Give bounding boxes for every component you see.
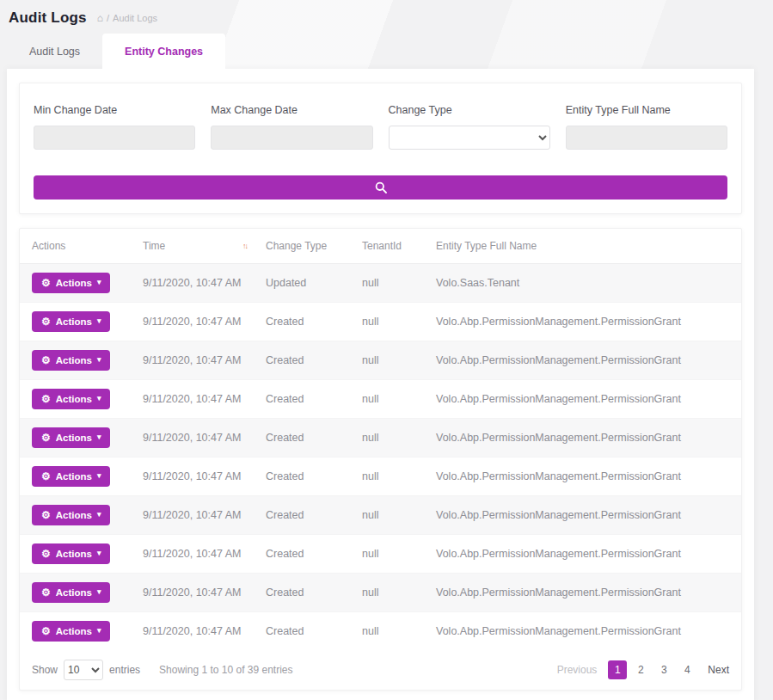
actions-cell: ⚙Actions▾ (20, 418, 134, 457)
change-type-cell: Created (257, 418, 353, 457)
time-cell: 9/11/2020, 10:47 AM (134, 457, 257, 495)
entries-summary: Showing 1 to 10 of 39 entries (159, 664, 292, 676)
column-header-entity-type[interactable]: Entity Type Full Name (427, 229, 741, 263)
tenant-id-cell: null (353, 379, 427, 418)
row-actions-button[interactable]: ⚙Actions▾ (32, 505, 110, 525)
entity-type-full-name-input[interactable] (566, 126, 727, 150)
entity-type-cell: Volo.Abp.PermissionManagement.Permission… (427, 302, 741, 341)
change-type-cell: Created (257, 534, 353, 573)
caret-down-icon: ▾ (97, 317, 101, 325)
actions-button-label: Actions (56, 278, 92, 288)
table-row: ⚙Actions▾9/11/2020, 10:47 AMCreatednullV… (20, 302, 741, 341)
max-change-date-label: Max Change Date (211, 104, 372, 116)
row-actions-button[interactable]: ⚙Actions▾ (32, 427, 110, 448)
breadcrumb-current: Audit Logs (113, 13, 157, 23)
change-type-cell: Created (257, 611, 353, 650)
actions-cell: ⚙Actions▾ (20, 573, 134, 611)
gear-icon: ⚙ (41, 394, 51, 404)
column-header-tenant-id[interactable]: TenantId (353, 229, 427, 263)
actions-cell: ⚙Actions▾ (20, 263, 134, 302)
time-cell: 9/11/2020, 10:47 AM (134, 534, 257, 573)
time-cell: 9/11/2020, 10:47 AM (134, 379, 257, 418)
pagination-previous[interactable]: Previous (557, 664, 598, 676)
table-row: ⚙Actions▾9/11/2020, 10:47 AMCreatednullV… (20, 534, 741, 573)
time-cell: 9/11/2020, 10:47 AM (134, 302, 257, 341)
entity-type-cell: Volo.Abp.PermissionManagement.Permission… (427, 418, 741, 457)
sort-icon[interactable]: ↑↓ (242, 242, 247, 250)
caret-down-icon: ▾ (97, 433, 101, 441)
time-cell: 9/11/2020, 10:47 AM (134, 263, 257, 302)
change-type-cell: Updated (257, 263, 353, 302)
tenant-id-cell: null (353, 611, 427, 650)
row-actions-button[interactable]: ⚙Actions▾ (32, 311, 110, 332)
change-type-select[interactable] (389, 126, 550, 150)
entity-type-cell: Volo.Saas.Tenant (427, 263, 741, 302)
entity-type-cell: Volo.Abp.PermissionManagement.Permission… (427, 534, 741, 573)
entity-type-cell: Volo.Abp.PermissionManagement.Permission… (427, 495, 741, 534)
row-actions-button[interactable]: ⚙Actions▾ (32, 543, 110, 564)
time-cell: 9/11/2020, 10:47 AM (134, 611, 257, 650)
row-actions-button[interactable]: ⚙Actions▾ (32, 582, 110, 603)
tenant-id-cell: null (353, 457, 427, 495)
gear-icon: ⚙ (41, 510, 51, 520)
pagination-next[interactable]: Next (708, 664, 729, 676)
table-row: ⚙Actions▾9/11/2020, 10:47 AMCreatednullV… (20, 611, 741, 650)
max-change-date-input[interactable] (211, 126, 372, 150)
page-size-select[interactable]: 10 (64, 660, 103, 680)
actions-button-label: Actions (56, 394, 92, 404)
row-actions-button[interactable]: ⚙Actions▾ (32, 621, 110, 642)
gear-icon: ⚙ (41, 278, 51, 288)
audit-log-table-card: Actions Time ↑↓ Change Type TenantId Ent… (19, 228, 742, 691)
pagination-page-2[interactable]: 2 (631, 660, 650, 679)
pagination-page-1[interactable]: 1 (608, 660, 627, 679)
tab-audit-logs[interactable]: Audit Logs (7, 34, 102, 69)
gear-icon: ⚙ (41, 549, 51, 559)
pagination-page-4[interactable]: 4 (678, 660, 696, 679)
tenant-id-cell: null (353, 495, 427, 534)
page: Audit Logs ⌂ / Audit Logs Audit Logs Ent… (0, 0, 773, 700)
actions-cell: ⚙Actions▾ (20, 534, 134, 573)
change-type-cell: Created (257, 302, 353, 341)
time-cell: 9/11/2020, 10:47 AM (134, 573, 257, 611)
row-actions-button[interactable]: ⚙Actions▾ (32, 389, 110, 409)
table-row: ⚙Actions▾9/11/2020, 10:47 AMCreatednullV… (20, 418, 741, 457)
actions-button-label: Actions (56, 471, 92, 482)
caret-down-icon: ▾ (97, 472, 101, 480)
row-actions-button[interactable]: ⚙Actions▾ (32, 466, 110, 487)
gear-icon: ⚙ (41, 471, 51, 482)
entity-type-cell: Volo.Abp.PermissionManagement.Permission… (427, 341, 741, 379)
change-type-cell: Created (257, 341, 353, 379)
gear-icon: ⚙ (41, 626, 51, 636)
row-actions-button[interactable]: ⚙Actions▾ (32, 350, 110, 371)
time-cell: 9/11/2020, 10:47 AM (134, 418, 257, 457)
actions-cell: ⚙Actions▾ (20, 611, 134, 650)
table-row: ⚙Actions▾9/11/2020, 10:47 AMCreatednullV… (20, 495, 741, 534)
tenant-id-cell: null (353, 263, 427, 302)
breadcrumb-separator: / (107, 13, 109, 23)
tab-entity-changes[interactable]: Entity Changes (102, 34, 225, 69)
row-actions-button[interactable]: ⚙Actions▾ (32, 273, 110, 293)
entity-type-full-name-label: Entity Type Full Name (566, 104, 727, 116)
actions-cell: ⚙Actions▾ (20, 495, 134, 534)
column-header-time[interactable]: Time ↑↓ (134, 229, 257, 263)
search-icon (375, 181, 387, 193)
change-type-cell: Created (257, 573, 353, 611)
tab-bar: Audit Logs Entity Changes (7, 34, 754, 69)
search-button[interactable] (34, 175, 727, 200)
pagination-page-3[interactable]: 3 (654, 660, 673, 679)
filter-grid: Min Change Date Max Change Date Change T… (34, 104, 727, 150)
breadcrumb: ⌂ / Audit Logs (97, 12, 157, 24)
pagination-pages: 1234 (608, 660, 696, 679)
table-row: ⚙Actions▾9/11/2020, 10:47 AMCreatednullV… (20, 573, 741, 611)
pagination: Previous 1234 Next (557, 660, 729, 679)
home-icon[interactable]: ⌂ (97, 12, 103, 24)
column-header-actions: Actions (20, 229, 134, 263)
caret-down-icon: ▾ (97, 550, 101, 557)
column-header-change-type[interactable]: Change Type (257, 229, 353, 263)
change-type-cell: Created (257, 379, 353, 418)
min-change-date-input[interactable] (34, 126, 195, 150)
actions-button-label: Actions (56, 626, 92, 636)
time-cell: 9/11/2020, 10:47 AM (134, 495, 257, 534)
change-type-cell: Created (257, 495, 353, 534)
page-title: Audit Logs (9, 9, 87, 27)
